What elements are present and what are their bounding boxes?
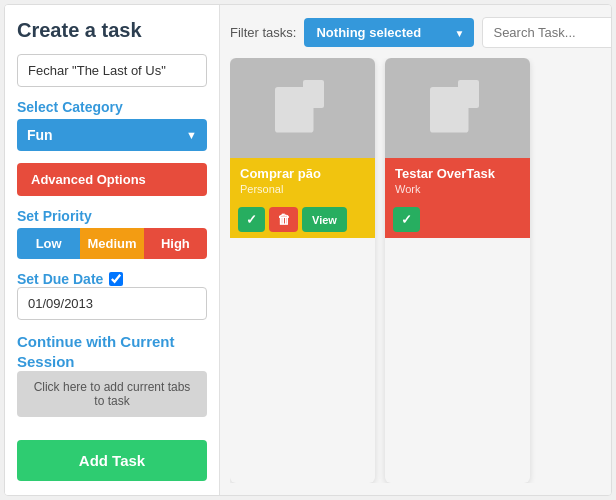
select-category-label: Select Category (17, 99, 207, 115)
set-due-date-section: Set Due Date (17, 271, 207, 320)
due-date-input[interactable] (17, 287, 207, 320)
task-card-comprar-pao: Comprar pão Personal ✓ 🗑 View (230, 58, 375, 483)
select-category-section: Select Category Fun Work Personal Study (17, 99, 207, 151)
priority-low-button[interactable]: Low (17, 228, 80, 259)
priority-high-button[interactable]: High (144, 228, 207, 259)
task-view-button-1[interactable]: View (302, 207, 347, 232)
continue-session-section: Continue with Current Session Click here… (17, 332, 207, 417)
set-priority-section: Set Priority Low Medium High (17, 208, 207, 259)
add-task-button[interactable]: Add Task (17, 440, 207, 481)
task-card-actions-2: ✓ (385, 201, 530, 238)
task-card-title-1: Comprar pão (240, 166, 365, 181)
task-name-input[interactable] (17, 54, 207, 87)
task-card-subtitle-2: Work (395, 183, 520, 195)
tasks-area: Comprar pão Personal ✓ 🗑 View (230, 58, 601, 483)
task-card-title-2: Testar OverTask (395, 166, 520, 181)
task-card-actions-1: ✓ 🗑 View (230, 201, 375, 238)
app-container: Create a task Select Category Fun Work P… (4, 4, 612, 496)
task-card-body-2: Testar OverTask Work (385, 158, 530, 201)
svg-rect-3 (458, 80, 479, 108)
priority-medium-button[interactable]: Medium (80, 228, 143, 259)
page-title: Create a task (17, 19, 207, 42)
task-card-subtitle-1: Personal (240, 183, 365, 195)
advanced-options-button[interactable]: Advanced Options (17, 163, 207, 196)
task-check-button-2[interactable]: ✓ (393, 207, 420, 232)
add-tabs-button[interactable]: Click here to add current tabs to task (17, 371, 207, 417)
due-date-label: Set Due Date (17, 271, 207, 287)
task-card-testar: Testar OverTask Work ✓ (385, 58, 530, 483)
filter-label: Filter tasks: (230, 25, 296, 40)
svg-rect-1 (303, 80, 324, 108)
filter-select[interactable]: Nothing selected Fun Work Personal (304, 18, 474, 47)
category-select[interactable]: Fun Work Personal Study (17, 119, 207, 151)
due-date-checkbox[interactable] (109, 272, 123, 286)
filter-select-wrapper: Nothing selected Fun Work Personal (304, 18, 474, 47)
task-image-icon-1 (268, 73, 338, 143)
priority-group: Low Medium High (17, 228, 207, 259)
task-card-image-1 (230, 58, 375, 158)
filter-bar: Filter tasks: Nothing selected Fun Work … (230, 17, 601, 48)
search-input[interactable] (482, 17, 611, 48)
left-panel: Create a task Select Category Fun Work P… (5, 5, 220, 495)
task-delete-button-1[interactable]: 🗑 (269, 207, 298, 232)
task-card-body-1: Comprar pão Personal (230, 158, 375, 201)
category-wrapper: Fun Work Personal Study (17, 119, 207, 151)
right-panel: Filter tasks: Nothing selected Fun Work … (220, 5, 611, 495)
continue-session-label: Continue with Current Session (17, 332, 207, 371)
set-priority-label: Set Priority (17, 208, 207, 224)
task-image-icon-2 (423, 73, 493, 143)
due-date-text: Set Due Date (17, 271, 103, 287)
task-check-button-1[interactable]: ✓ (238, 207, 265, 232)
task-card-image-2 (385, 58, 530, 158)
